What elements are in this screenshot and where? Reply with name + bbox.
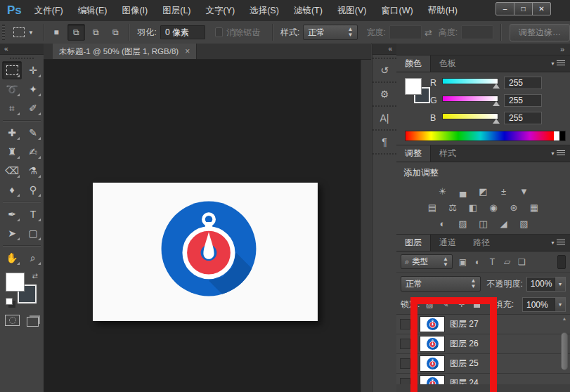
layer-visibility-toggle[interactable] — [400, 358, 410, 369]
layer-visibility-toggle[interactable] — [400, 378, 410, 384]
menu-item-1[interactable]: 编辑(E) — [74, 2, 112, 20]
posterize-icon[interactable]: ▨ — [456, 218, 470, 230]
fill-dropdown[interactable]: 100% ▼ — [522, 297, 566, 312]
scrollbar-thumb[interactable] — [561, 332, 568, 370]
layer-visibility-toggle[interactable] — [400, 339, 410, 349]
layer-name[interactable]: 图层 26 — [450, 338, 479, 350]
dodge-tool[interactable]: ⚲ — [23, 181, 43, 199]
width-input[interactable] — [389, 25, 422, 39]
add-to-selection-button[interactable]: ⧉ — [67, 24, 85, 41]
selective-color-icon[interactable]: ▧ — [517, 218, 531, 230]
channel-value-input[interactable]: 255 — [504, 94, 542, 107]
paragraph-panel-icon[interactable]: ¶ — [375, 133, 394, 150]
tool-presets-panel-icon[interactable]: ⚙ — [375, 85, 394, 103]
brush-tool[interactable]: ✎ — [23, 124, 43, 142]
layer-row[interactable]: 图层 25 — [396, 354, 570, 374]
layer-name[interactable]: 图层 25 — [450, 358, 479, 370]
hue-saturation-icon[interactable]: ▤ — [425, 202, 439, 214]
blend-mode-dropdown[interactable]: 正常 ▲▼ — [401, 276, 481, 292]
layers-scrollbar[interactable]: ▲ — [560, 315, 569, 384]
color-balance-icon[interactable]: ⚖ — [446, 202, 460, 214]
filter-shape-layers-icon[interactable]: ▱ — [502, 257, 512, 267]
layer-row[interactable]: 图层 27 — [396, 315, 570, 334]
paint-bucket-tool[interactable]: ⚗ — [23, 162, 43, 180]
history-panel-icon[interactable]: ↺ — [375, 61, 394, 79]
move-tool[interactable]: ✛ — [23, 61, 43, 79]
foreground-color-swatch[interactable] — [405, 78, 422, 95]
brightness-contrast-icon[interactable]: ☀ — [436, 185, 450, 197]
height-input[interactable] — [461, 25, 493, 39]
rectangular-marquee-tool[interactable] — [2, 61, 22, 79]
channel-mixer-icon[interactable]: ⊛ — [507, 202, 521, 214]
menu-item-2[interactable]: 图像(I) — [117, 2, 152, 20]
tab-color[interactable]: 颜色 — [396, 55, 431, 72]
exposure-icon[interactable]: ± — [497, 185, 511, 197]
document-tab[interactable]: 未标题-1 @ 50% (图层 1, RGB/8) × — [53, 44, 197, 59]
refine-edge-button[interactable]: 调整边缘… — [510, 24, 570, 41]
panel-menu-button[interactable]: ▼ — [550, 145, 570, 162]
photo-filter-icon[interactable]: ◉ — [486, 202, 500, 214]
lasso-tool[interactable]: ➰ — [2, 80, 22, 98]
layer-thumbnail[interactable] — [420, 376, 444, 384]
crop-tool[interactable]: ⌗ — [2, 99, 22, 117]
channel-slider-R[interactable] — [442, 78, 498, 88]
slider-thumb[interactable] — [493, 119, 500, 124]
lock-position-icon[interactable]: ✛ — [457, 300, 466, 309]
options-bar-grip[interactable] — [2, 25, 5, 40]
history-brush-tool[interactable]: ✍ — [23, 143, 43, 161]
tab-swatches[interactable]: 色板 — [431, 55, 465, 72]
tab-paths[interactable]: 路径 — [465, 235, 498, 251]
minimize-button[interactable]: – — [496, 3, 514, 15]
tab-layers[interactable]: 图层 — [396, 235, 431, 251]
path-selection-tool[interactable]: ➤ — [2, 224, 22, 242]
magic-wand-tool[interactable]: ✦ — [23, 80, 43, 98]
menu-item-4[interactable]: 文字(Y) — [202, 2, 240, 20]
lock-transparent-pixels-icon[interactable]: ▨ — [425, 300, 434, 309]
intersect-selection-button[interactable]: ⧉ — [107, 24, 124, 41]
swap-colors-icon[interactable]: ⇄ — [32, 272, 38, 280]
canvas[interactable] — [93, 183, 318, 321]
default-colors-icon[interactable] — [6, 298, 13, 305]
lock-all-icon[interactable] — [473, 300, 482, 308]
layer-name[interactable]: 图层 27 — [450, 318, 479, 330]
feather-input[interactable]: 0 像素 — [160, 25, 205, 39]
layer-visibility-toggle[interactable] — [400, 319, 410, 329]
screen-mode-button[interactable] — [27, 317, 39, 327]
eyedropper-tool[interactable]: ✐ — [23, 99, 43, 117]
right-dock-header[interactable]: » — [396, 44, 570, 55]
filter-smart-objects-icon[interactable]: ❏ — [517, 257, 527, 267]
zoom-tool[interactable]: ⌕ — [23, 249, 43, 267]
channel-slider-B[interactable] — [442, 113, 498, 123]
type-tool[interactable]: T — [23, 205, 43, 223]
quick-mask-button[interactable] — [5, 315, 20, 326]
filter-pixel-layers-icon[interactable]: ▣ — [458, 257, 468, 267]
dock-grip[interactable] — [10, 58, 34, 59]
invert-icon[interactable]: ◐ — [436, 218, 450, 230]
collapsed-dock-header[interactable]: « — [373, 44, 396, 55]
eraser-tool[interactable]: ⌫ — [2, 162, 22, 180]
layer-row[interactable]: 图层 24 — [396, 374, 570, 384]
channel-value-input[interactable]: 255 — [504, 77, 542, 89]
document-vertical-scrollbar[interactable] — [361, 60, 371, 392]
tool-dock-header[interactable]: « — [0, 44, 44, 55]
tool-preset-picker[interactable]: ▼ — [8, 27, 39, 37]
menu-item-7[interactable]: 视图(V) — [333, 2, 371, 20]
filter-adjustment-layers-icon[interactable]: ◐ — [472, 257, 483, 267]
hand-tool[interactable]: ✋ — [2, 249, 22, 267]
spectrum-white-black-swatches[interactable] — [554, 131, 565, 141]
layer-row[interactable]: 图层 26 — [396, 334, 570, 354]
tab-close-icon[interactable]: × — [185, 46, 190, 56]
panel-menu-button[interactable]: ▼ — [550, 235, 570, 251]
tab-adjustments[interactable]: 调整 — [396, 145, 431, 162]
gradient-map-icon[interactable]: ◢ — [497, 218, 511, 230]
scroll-up-arrow-icon[interactable]: ▲ — [560, 315, 569, 322]
maximize-button[interactable]: □ — [514, 3, 532, 15]
menu-item-0[interactable]: 文件(F) — [30, 2, 67, 20]
foreground-color-swatch[interactable] — [6, 273, 25, 292]
menu-item-5[interactable]: 选择(S) — [245, 2, 283, 20]
color-lookup-icon[interactable]: ▦ — [527, 202, 541, 214]
slider-thumb[interactable] — [493, 84, 500, 89]
healing-brush-tool[interactable]: ✚ — [2, 124, 22, 142]
tab-styles[interactable]: 样式 — [431, 145, 465, 162]
opacity-dropdown[interactable]: 100% ▼ — [526, 277, 566, 292]
